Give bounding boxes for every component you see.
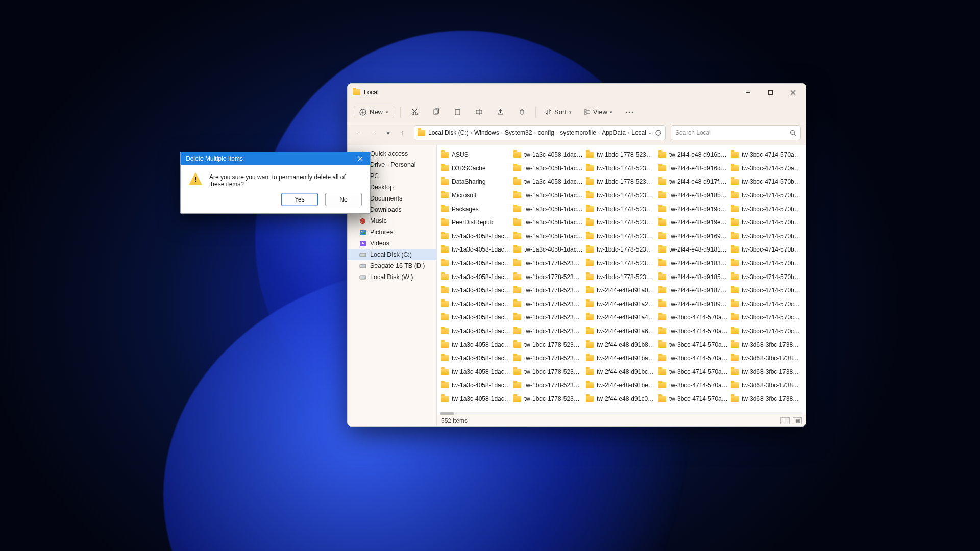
file-item[interactable]: tw-1a3c-4058-1dacc66.tmp [440,379,511,392]
nav-recent-button[interactable]: ▾ [381,126,395,139]
dialog-close-button[interactable] [354,153,367,164]
file-item[interactable]: ASUS [440,148,511,162]
file-item[interactable]: tw-2f44-e48-d9169.tmp [657,230,729,243]
dialog-titlebar[interactable]: Delete Multiple Items [181,152,370,165]
address-bar[interactable]: Local Disk (C:)›Windows›System32›config›… [414,125,666,140]
view-button[interactable]: View ▾ [581,106,616,118]
dialog-yes-button[interactable]: Yes [281,193,318,206]
file-item[interactable]: D3DSCache [440,162,511,176]
file-item[interactable]: tw-1a3c-4058-1dacc90.tmp [512,148,584,162]
file-item[interactable]: DataSharing [440,175,511,189]
file-item[interactable]: tw-1a3c-4058-1dacc9a.tmp [440,297,511,311]
file-item[interactable]: tw-2f44-e48-d91a0.tmp [585,284,656,297]
nav-up-button[interactable]: ↑ [396,126,409,139]
file-item[interactable]: tw-1bdc-1778-523b80.tmp [585,189,656,203]
file-item[interactable]: tw-1bdc-1778-523b9d.tmp [512,352,584,365]
sidebar-item[interactable]: Pictures [348,227,436,238]
file-item[interactable]: tw-3bcc-4714-570b2c.tmp [730,175,801,189]
breadcrumb-segment[interactable]: config [538,129,554,136]
file-item[interactable]: tw-2f44-e48-d91a4.tmp [585,311,656,324]
sidebar-item[interactable]: Seagate 16 TB (D:) [348,260,436,271]
file-item[interactable]: tw-1bdc-1778-523b7e.tmp [512,324,584,338]
file-item[interactable]: tw-3bcc-4714-570bc5.tmp [730,257,801,270]
breadcrumb-segment[interactable]: AppData [602,129,626,136]
file-item[interactable]: tw-3bcc-4714-570c19.tmp [730,324,801,338]
rename-button[interactable] [471,105,486,120]
file-item[interactable]: tw-1bdc-1778-523b93.tmp [585,216,656,230]
file-item[interactable]: tw-1a3c-4058-1dacc98.tmp [512,202,584,216]
file-item[interactable]: tw-2f44-e48-d91a6.tmp [585,324,656,338]
file-item[interactable]: tw-3bcc-4714-570bb3.tmp [730,243,801,257]
file-item[interactable]: tw-1bdc-1778-523b5a.tmp [512,257,584,270]
file-item[interactable]: tw-1a3c-4058-1dacc6a.tmp [440,257,511,270]
file-item[interactable]: tw-3bcc-4714-570a86.tmp [657,365,729,379]
paste-button[interactable] [450,105,465,120]
file-item[interactable]: tw-2f44-e48-d919c.tmp [657,202,729,216]
file-item[interactable]: tw-2f44-e48-d9189.tmp [657,297,729,311]
titlebar[interactable]: Local [348,84,806,101]
file-item[interactable]: tw-1bdc-1778-523b62.tmp [512,392,584,406]
file-item[interactable]: tw-2f44-e48-d91ba.tmp [585,352,656,365]
file-item[interactable]: tw-1a3c-4058-1dacc55.tmp [440,365,511,379]
file-item[interactable]: tw-2f44-e48-d916d.tmp [657,162,729,176]
file-item[interactable]: tw-1a3c-4058-1dacc4d.tmp [440,230,511,243]
file-item[interactable]: tw-2f44-e48-d9185.tmp [657,270,729,284]
file-item[interactable]: tw-3bcc-4714-570ad8.tmp [657,392,729,406]
file-item[interactable]: Microsoft [440,189,511,203]
file-item[interactable]: tw-2f44-e48-d919e.tmp [657,216,729,230]
breadcrumb-segment[interactable]: Local Disk (C:) [428,129,469,136]
file-item[interactable]: tw-1bdc-1778-523b74.tmp [585,148,656,162]
file-item[interactable]: tw-3bcc-4714-570af9.tmp [730,148,801,162]
file-item[interactable]: tw-3d68-3fbc-1738b6.tmp [730,379,801,392]
file-item[interactable]: tw-2f44-e48-d9183.tmp [657,257,729,270]
file-item[interactable]: tw-1a3c-4058-1daccb3.tmp [512,243,584,257]
file-item[interactable]: tw-3bcc-4714-570a43.tmp [657,338,729,352]
breadcrumb-segment[interactable]: System32 [505,129,532,136]
nav-forward-button[interactable]: → [367,126,380,139]
file-item[interactable]: tw-2f44-e48-d918b.tmp [657,189,729,203]
cut-button[interactable] [407,105,422,120]
file-item[interactable]: tw-1bdc-1778-523b97.tmp [585,243,656,257]
file-item[interactable]: tw-2f44-e48-d91b8.tmp [585,338,656,352]
file-item[interactable]: tw-2f44-e48-d9181.tmp [657,243,729,257]
chevron-down-icon[interactable]: ⌄ [648,130,652,135]
file-item[interactable]: tw-3bcc-4714-570be8.tmp [730,284,801,297]
file-item[interactable]: tw-1a3c-4058-1dacc9e.tmp [440,324,511,338]
file-item[interactable]: tw-1a3c-4058-1dacc51.tmp [440,338,511,352]
file-item[interactable]: tw-1bdc-1778-523b60.tmp [512,379,584,392]
file-item[interactable]: tw-3bcc-4714-570bd6.tmp [730,270,801,284]
dialog-no-button[interactable]: No [325,193,362,206]
file-item[interactable]: tw-3d68-3fbc-1738a0.tmp [730,338,801,352]
file-item[interactable]: tw-1bdc-1778-523b9f.tmp [512,365,584,379]
file-item[interactable]: tw-1bdc-1778-523b7a.tmp [512,297,584,311]
file-item[interactable]: tw-3bcc-4714-570aa7.tmp [657,379,729,392]
delete-button[interactable] [514,105,529,120]
file-item[interactable]: tw-1a3c-4058-1dacc96.tmp [512,189,584,203]
file-item[interactable]: tw-3bcc-4714-570c3c.tmp [730,311,801,324]
file-item[interactable]: Packages [440,202,511,216]
close-button[interactable] [781,84,804,101]
file-item[interactable]: tw-3d68-3fbc-1738b8.tmp [730,392,801,406]
breadcrumb-segment[interactable]: systemprofile [560,129,596,136]
file-item[interactable]: tw-1bdc-1778-523bb1.tmp [585,270,656,284]
file-item[interactable]: tw-1bdc-1778-523b5c.tmp [512,270,584,284]
minimize-button[interactable] [737,84,759,101]
file-item[interactable]: tw-3bcc-4714-570afb.tmp [730,162,801,176]
file-list-pane[interactable]: ASUSD3DSCacheDataSharingMicrosoftPackage… [437,145,806,426]
file-item[interactable]: tw-3bcc-4714-570a01.tmp [657,311,729,324]
more-button[interactable] [622,105,637,120]
file-item[interactable]: tw-1a3c-4058-1dacc7c.tmp [440,270,511,284]
file-item[interactable]: tw-3bcc-4714-570b90.tmp [730,216,801,230]
file-item[interactable]: tw-3d68-3fbc-1738b4.tmp [730,365,801,379]
file-item[interactable]: tw-1a3c-4058-1dacc4f.tmp [440,243,511,257]
file-item[interactable]: tw-3bcc-4714-570ba2.tmp [730,230,801,243]
file-item[interactable]: tw-3bcc-4714-570b6f.tmp [730,202,801,216]
share-button[interactable] [493,105,508,120]
new-button[interactable]: New ▾ [354,106,394,118]
sidebar-item[interactable]: Local Disk (W:) [348,271,436,283]
file-item[interactable]: tw-1a3c-4058-1dacc7e.tmp [440,284,511,297]
file-item[interactable]: tw-3d68-3fbc-1738b2.tmp [730,352,801,365]
details-view-toggle[interactable]: ≣ [780,417,790,424]
file-item[interactable]: tw-1bdc-1778-523b76.tmp [585,162,656,176]
copy-button[interactable] [428,105,444,120]
